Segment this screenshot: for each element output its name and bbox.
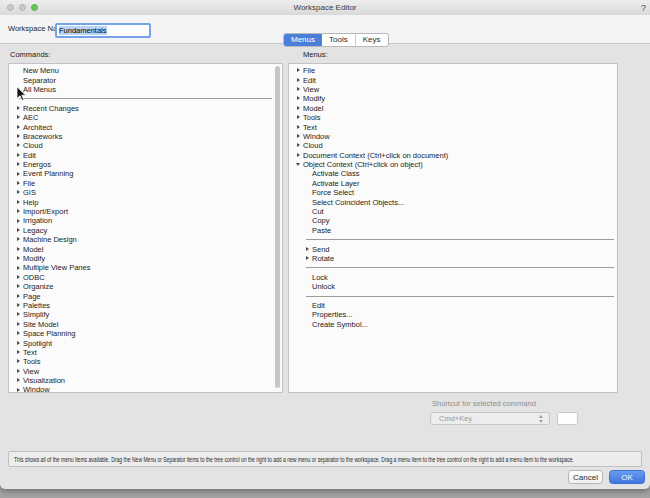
menus-tree-list[interactable]: FileEditViewModifyModelToolsTextWindowCl… — [288, 63, 618, 393]
disclosure-collapsed-icon[interactable] — [297, 66, 302, 75]
tree-item[interactable]: Tools — [9, 357, 282, 366]
tree-item[interactable]: Edit — [289, 75, 617, 84]
tree-item[interactable]: Site Model — [9, 320, 282, 329]
tree-item[interactable]: Irrigation — [9, 216, 282, 225]
help-icon[interactable]: ? — [641, 2, 646, 14]
disclosure-collapsed-icon[interactable] — [17, 244, 22, 253]
disclosure-collapsed-icon[interactable] — [17, 320, 22, 329]
disclosure-collapsed-icon[interactable] — [297, 132, 302, 141]
tree-item[interactable]: Object Context (Ctrl+click on object) — [289, 160, 617, 169]
disclosure-collapsed-icon[interactable] — [17, 132, 22, 141]
disclosure-collapsed-icon[interactable] — [17, 235, 22, 244]
tree-item[interactable]: ODBC — [9, 273, 282, 282]
tree-item[interactable]: Model — [9, 244, 282, 253]
disclosure-collapsed-icon[interactable] — [17, 207, 22, 216]
disclosure-collapsed-icon[interactable] — [17, 301, 22, 310]
shortcut-key-field[interactable] — [557, 412, 578, 425]
disclosure-collapsed-icon[interactable] — [297, 122, 302, 131]
tree-item[interactable]: Simplify — [9, 310, 282, 319]
disclosure-collapsed-icon[interactable] — [17, 291, 22, 300]
cancel-button[interactable]: Cancel — [568, 470, 603, 484]
tree-item[interactable]: Document Context (Ctrl+click on document… — [289, 151, 617, 160]
disclosure-collapsed-icon[interactable] — [17, 169, 22, 178]
disclosure-collapsed-icon[interactable] — [297, 113, 302, 122]
tree-item[interactable]: Machine Design — [9, 235, 282, 244]
tree-item[interactable]: File — [9, 179, 282, 188]
workspace-name-input[interactable]: Fundamentals — [55, 23, 151, 38]
disclosure-collapsed-icon[interactable] — [17, 216, 22, 225]
tree-item[interactable]: Modify — [289, 94, 617, 103]
disclosure-collapsed-icon[interactable] — [17, 385, 22, 393]
ok-button[interactable]: OK — [609, 470, 645, 484]
tree-item[interactable]: Separator — [9, 75, 282, 84]
disclosure-collapsed-icon[interactable] — [306, 244, 311, 253]
tree-item[interactable]: Rotate — [289, 254, 617, 263]
disclosure-collapsed-icon[interactable] — [17, 329, 22, 338]
tree-item[interactable]: Modify — [9, 254, 282, 263]
disclosure-collapsed-icon[interactable] — [17, 188, 22, 197]
tab-menus[interactable]: Menus — [284, 34, 322, 46]
tree-item[interactable]: Multiple View Panes — [9, 263, 282, 272]
commands-tree-list[interactable]: New MenuSeparatorAll MenusRecent Changes… — [8, 63, 283, 393]
tree-item[interactable]: Text — [9, 348, 282, 357]
tree-item[interactable]: Cut — [289, 207, 617, 216]
tree-item[interactable]: View — [289, 85, 617, 94]
tree-item[interactable]: All Menus — [9, 85, 282, 94]
tree-item[interactable]: Energos — [9, 160, 282, 169]
disclosure-collapsed-icon[interactable] — [17, 113, 22, 122]
tree-item[interactable]: Palettes — [9, 301, 282, 310]
tree-item[interactable]: Organize — [9, 282, 282, 291]
tree-item[interactable]: AEC — [9, 113, 282, 122]
tree-item[interactable]: GIS — [9, 188, 282, 197]
tree-item[interactable]: Edit — [289, 301, 617, 310]
tab-keys[interactable]: Keys — [356, 34, 388, 46]
tree-item[interactable]: Create Symbol... — [289, 320, 617, 329]
tree-item[interactable]: Help — [9, 197, 282, 206]
disclosure-collapsed-icon[interactable] — [17, 338, 22, 347]
disclosure-collapsed-icon[interactable] — [17, 310, 22, 319]
disclosure-collapsed-icon[interactable] — [17, 273, 22, 282]
disclosure-collapsed-icon[interactable] — [17, 348, 22, 357]
disclosure-collapsed-icon[interactable] — [297, 151, 302, 160]
tree-item[interactable]: Properties... — [289, 310, 617, 319]
tree-item[interactable]: File — [289, 66, 617, 75]
disclosure-collapsed-icon[interactable] — [17, 226, 22, 235]
tree-item[interactable]: Edit — [9, 151, 282, 160]
tree-item[interactable]: View — [9, 367, 282, 376]
disclosure-collapsed-icon[interactable] — [17, 160, 22, 169]
disclosure-collapsed-icon[interactable] — [306, 254, 311, 263]
disclosure-collapsed-icon[interactable] — [17, 141, 22, 150]
disclosure-collapsed-icon[interactable] — [297, 85, 302, 94]
tree-item[interactable]: Recent Changes — [9, 104, 282, 113]
tree-item[interactable]: Activate Layer — [289, 179, 617, 188]
tree-item[interactable]: Send — [289, 244, 617, 253]
disclosure-collapsed-icon[interactable] — [297, 141, 302, 150]
disclosure-collapsed-icon[interactable] — [297, 75, 302, 84]
tab-tools[interactable]: Tools — [322, 34, 356, 46]
tree-item[interactable]: Force Select — [289, 188, 617, 197]
tree-item[interactable]: New Menu — [9, 66, 282, 75]
disclosure-collapsed-icon[interactable] — [297, 94, 302, 103]
tree-item[interactable]: Lock — [289, 273, 617, 282]
tree-item[interactable]: Window — [289, 132, 617, 141]
scrollbar-thumb[interactable] — [275, 66, 280, 388]
tree-item[interactable]: Space Planning — [9, 329, 282, 338]
disclosure-collapsed-icon[interactable] — [17, 282, 22, 291]
disclosure-expanded-icon[interactable] — [297, 160, 302, 169]
tree-item[interactable]: Cloud — [289, 141, 617, 150]
disclosure-collapsed-icon[interactable] — [17, 179, 22, 188]
disclosure-collapsed-icon[interactable] — [17, 197, 22, 206]
tree-item[interactable]: Spotlight — [9, 338, 282, 347]
tree-item[interactable]: Text — [289, 122, 617, 131]
tree-item[interactable]: Cloud — [9, 141, 282, 150]
tree-item[interactable]: Visualization — [9, 376, 282, 385]
shortcut-modifier-dropdown[interactable]: Cmd+Key — [430, 412, 550, 425]
tree-item[interactable]: Tools — [289, 113, 617, 122]
tree-item[interactable]: Select Coincident Objects... — [289, 197, 617, 206]
tree-item[interactable]: Legacy — [9, 226, 282, 235]
tree-item[interactable]: Event Planning — [9, 169, 282, 178]
disclosure-collapsed-icon[interactable] — [297, 104, 302, 113]
disclosure-collapsed-icon[interactable] — [17, 376, 22, 385]
disclosure-collapsed-icon[interactable] — [17, 367, 22, 376]
tree-item[interactable]: Architect — [9, 122, 282, 131]
